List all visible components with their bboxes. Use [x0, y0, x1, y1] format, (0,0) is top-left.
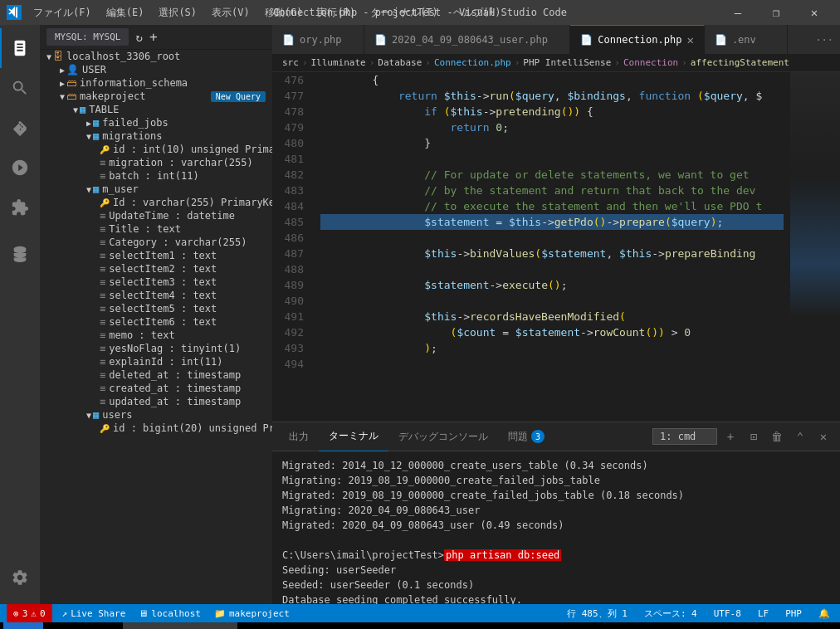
- terminal-line: Migrating: 2019_08_19_000000_create_fail…: [282, 473, 830, 488]
- tree-migrations[interactable]: ▼ ▦ migrations: [40, 129, 272, 143]
- terminal-content[interactable]: Migrated: 2014_10_12_000000_create_users…: [272, 451, 840, 604]
- breadcrumb-intellisense[interactable]: PHP IntelliSense: [523, 57, 611, 68]
- activity-database[interactable]: [0, 234, 40, 274]
- mysql-tab[interactable]: MYSQL: MYSQL: [46, 28, 129, 46]
- php-icon: 📄: [374, 34, 387, 46]
- error-status[interactable]: ⊗ 3 ⚠ 0: [7, 604, 52, 622]
- activity-bar: [0, 25, 40, 604]
- live-share-status[interactable]: ↗ Live Share: [59, 604, 129, 622]
- code-line-488: [320, 261, 784, 277]
- tree-users[interactable]: ▼ ▦ users: [40, 408, 272, 422]
- field-label: Title : text: [109, 223, 181, 235]
- activity-explorer[interactable]: [0, 28, 40, 68]
- field-migrations-migration: ≡ migration : varchar(255): [40, 156, 272, 169]
- activity-debug[interactable]: [0, 148, 40, 188]
- add-terminal-button[interactable]: +: [720, 427, 740, 446]
- panel-tab-problems[interactable]: 問題 3: [498, 422, 554, 451]
- trash-button[interactable]: 🗑: [767, 427, 787, 446]
- breadcrumb-sep: ›: [369, 57, 375, 68]
- split-terminal-button[interactable]: ⊡: [744, 427, 764, 446]
- tab-label: ory.php: [300, 34, 342, 46]
- notification-bell[interactable]: 🔔: [815, 604, 833, 622]
- add-icon[interactable]: +: [149, 29, 158, 45]
- makeproject-status[interactable]: 📁 makeproject: [211, 604, 293, 622]
- sidebar: MYSQL: MYSQL ↻ + ▼ 🗄 localhost_3306_root…: [40, 25, 272, 604]
- tab-connection[interactable]: 📄 Connection.php ✕: [570, 25, 705, 54]
- tab-user-migration[interactable]: 📄 2020_04_09_080643_user.php ✕: [364, 25, 570, 54]
- terminal-line: Seeding: userSeeder: [282, 563, 830, 578]
- panel-tab-terminal[interactable]: ターミナル: [319, 422, 388, 451]
- code-lines[interactable]: { return $this->run($query, $bindings, f…: [314, 72, 790, 422]
- taskbar-browser[interactable]: [70, 622, 96, 629]
- terminal-line: [282, 533, 830, 548]
- field-selectitem2: ≡ selectItem2 : text: [40, 262, 272, 275]
- activity-settings[interactable]: [0, 558, 40, 597]
- tabs-overflow-button[interactable]: ···: [808, 34, 840, 46]
- tab-env[interactable]: 📄 .env ✕: [705, 25, 788, 54]
- localhost-status[interactable]: 🖥 localhost: [135, 604, 204, 622]
- refresh-icon[interactable]: ↻: [135, 31, 142, 44]
- taskbar-explorer[interactable]: [43, 622, 70, 629]
- spaces-status[interactable]: スペース: 4: [641, 604, 701, 622]
- activity-extensions[interactable]: [0, 188, 40, 227]
- panel-tab-output[interactable]: 出力: [279, 422, 319, 451]
- close-button[interactable]: ✕: [795, 0, 833, 25]
- tree-table-group[interactable]: ▼ ▦ TABLE: [40, 103, 272, 116]
- new-query-button[interactable]: New Query: [211, 91, 266, 102]
- position-status[interactable]: 行 485、列 1: [564, 604, 631, 622]
- taskbar-vscode[interactable]: Connection.php...: [123, 622, 237, 629]
- field-selectitem5: ≡ selectItem5 : text: [40, 302, 272, 315]
- chevron-down-icon: ▼: [86, 132, 91, 141]
- menu-file[interactable]: ファイル(F): [27, 4, 98, 22]
- breadcrumb-src[interactable]: src: [282, 57, 299, 68]
- field-icon: ≡: [100, 236, 105, 248]
- terminal-dropdown[interactable]: 1: cmd: [652, 428, 717, 445]
- activitybar-bottom: [0, 558, 40, 604]
- language-status[interactable]: PHP: [782, 604, 805, 622]
- panel-controls: 1: cmd + ⊡ 🗑 ⌃ ✕: [652, 427, 833, 446]
- code-line-492: ($count = $statement->rowCount()) > 0: [320, 324, 784, 340]
- panel-maximize-button[interactable]: ⌃: [790, 427, 810, 446]
- tab-close-icon[interactable]: ✕: [686, 33, 693, 46]
- tree-makeproject[interactable]: ▼ 🗃 makeproject New Query: [40, 90, 272, 103]
- menu-edit[interactable]: 編集(E): [100, 4, 151, 22]
- breadcrumb-database[interactable]: Database: [378, 57, 422, 68]
- activity-search[interactable]: [0, 68, 40, 108]
- breadcrumb-illuminate[interactable]: Illuminate: [311, 57, 366, 68]
- minimize-button[interactable]: —: [719, 0, 757, 25]
- tree-info-schema[interactable]: ▶ 🗃 information_schema: [40, 76, 272, 90]
- field-label: yesNoFlag : tinyint(1): [109, 343, 241, 354]
- panel-close-button[interactable]: ✕: [813, 427, 833, 446]
- main-area: MYSQL: MYSQL ↻ + ▼ 🗄 localhost_3306_root…: [0, 25, 840, 604]
- terminal-line: Migrated: 2020_04_09_080643_user (0.49 s…: [282, 518, 830, 533]
- line-ending-status[interactable]: LF: [755, 604, 772, 622]
- menu-select[interactable]: 選択(S): [152, 4, 203, 22]
- code-line-483: // by the statement and return that back…: [320, 183, 784, 198]
- sidebar-tree: ▼ 🗄 localhost_3306_root ▶ 👤 USER ▶ 🗃 inf…: [40, 50, 272, 604]
- chevron-down-icon: ▼: [86, 411, 91, 420]
- menu-view[interactable]: 表示(V): [205, 4, 256, 22]
- panel-tabs: 出力 ターミナル デバッグコンソール 問題 3 1: cmd + ⊡ 🗑: [272, 422, 840, 451]
- breadcrumb-method[interactable]: affectingStatement: [691, 57, 789, 68]
- breadcrumb-connection-file[interactable]: Connection.php: [434, 57, 511, 68]
- panel-tab-debug[interactable]: デバッグコンソール: [388, 422, 498, 451]
- tree-root[interactable]: ▼ 🗄 localhost_3306_root: [40, 50, 272, 63]
- maximize-button[interactable]: ❐: [757, 0, 795, 25]
- terminal-line: Migrated: 2019_08_19_000000_create_faile…: [282, 488, 830, 503]
- taskbar-media[interactable]: [96, 622, 123, 629]
- breadcrumb-connection-class[interactable]: Connection: [623, 57, 678, 68]
- encoding-status[interactable]: UTF-8: [711, 604, 745, 622]
- statusbar-right: 行 485、列 1 スペース: 4 UTF-8 LF PHP 🔔: [564, 604, 833, 622]
- field-icon: ≡: [100, 329, 105, 341]
- breadcrumb-sep: ›: [425, 57, 431, 68]
- activity-git[interactable]: [0, 108, 40, 148]
- terminal-line: Database seeding completed successfully.: [282, 592, 830, 604]
- tree-m-user[interactable]: ▼ ▦ m_user: [40, 183, 272, 196]
- field-deleted-at: ≡ deleted_at : timestamp: [40, 368, 272, 382]
- tree-failed-jobs[interactable]: ▶ ▦ failed_jobs: [40, 116, 272, 129]
- start-button[interactable]: [3, 622, 43, 629]
- field-label: selectItem3 : text: [109, 276, 217, 288]
- minimap: [790, 72, 840, 422]
- tree-user[interactable]: ▶ 👤 USER: [40, 63, 272, 76]
- tab-ory[interactable]: 📄 ory.php ✕: [272, 25, 364, 54]
